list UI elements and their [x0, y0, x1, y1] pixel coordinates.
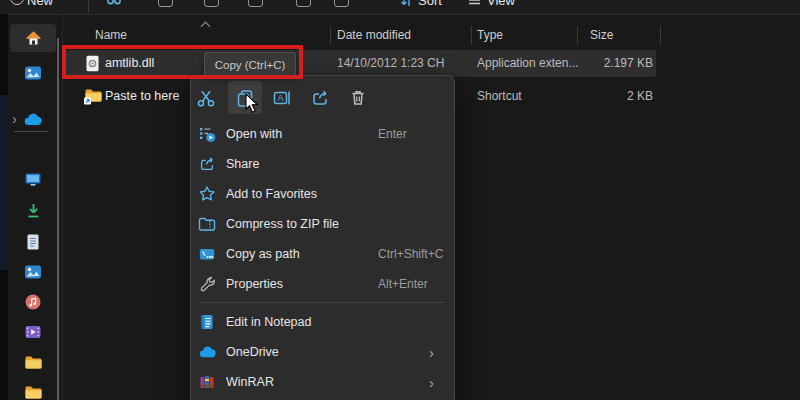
- share-icon[interactable]: [248, 0, 263, 7]
- sidebar-item-documents[interactable]: [10, 228, 56, 256]
- sidebar-divider: [14, 131, 48, 132]
- svg-text:A: A: [278, 93, 284, 103]
- file-name[interactable]: Paste to here: [105, 83, 179, 110]
- menu-item-winrar[interactable]: WinRAR ›: [191, 367, 454, 397]
- sort-icon: [400, 0, 413, 7]
- rename-icon: A: [272, 88, 292, 108]
- sidebar-item-home[interactable]: [10, 24, 56, 52]
- menu-item-share[interactable]: Share: [191, 149, 454, 179]
- red-annotation-rectangle: [62, 45, 303, 79]
- sidebar-item-downloads[interactable]: [10, 196, 56, 224]
- gallery-icon: [24, 64, 42, 82]
- sort-ascending-icon: [201, 22, 211, 32]
- column-divider[interactable]: [471, 26, 472, 44]
- winrar-icon: [197, 372, 217, 392]
- command-toolbar: New Sort View: [0, 0, 800, 15]
- mouse-cursor-icon: [245, 93, 260, 114]
- menu-item-onedrive[interactable]: OneDrive ›: [191, 337, 454, 367]
- menu-item-copy-as-path[interactable]: Copy as path Ctrl+Shift+C: [191, 239, 454, 269]
- delete-button[interactable]: [341, 81, 375, 114]
- copy-as-path-icon: [197, 244, 217, 264]
- menu-item-open-with[interactable]: Open with Enter: [191, 119, 454, 149]
- folder-icon: [24, 384, 43, 400]
- window-edge-tint: [0, 95, 8, 270]
- sidebar-item-videos[interactable]: [10, 318, 56, 346]
- navigation-pane: ›: [8, 14, 62, 400]
- sidebar-scrollbar[interactable]: [57, 38, 59, 400]
- column-divider[interactable]: [330, 26, 331, 44]
- file-date-modified: 14/10/2012 1:23 CH: [337, 50, 444, 77]
- sidebar-item-desktop[interactable]: [10, 165, 56, 193]
- context-menu: A: [190, 75, 455, 400]
- file-size: 2 KB: [555, 83, 653, 110]
- column-header-name[interactable]: Name: [95, 26, 127, 44]
- view-icon: [468, 0, 481, 7]
- cut-icon[interactable]: [106, 0, 122, 12]
- notepad-icon: [197, 312, 217, 332]
- file-explorer-window: New Sort View: [0, 0, 800, 400]
- submenu-chevron-icon: ›: [429, 344, 434, 361]
- copy-icon[interactable]: [158, 0, 173, 7]
- onedrive-cloud-icon: [197, 342, 217, 362]
- file-type: Shortcut: [477, 83, 522, 110]
- folder-icon: [24, 354, 43, 370]
- home-icon: [24, 29, 43, 48]
- share-icon: [310, 88, 330, 108]
- rename-icon[interactable]: [204, 0, 219, 7]
- menu-item-edit-in-notepad[interactable]: Edit in Notepad: [191, 307, 454, 337]
- rename-button[interactable]: A: [265, 81, 299, 114]
- desktop-icon: [24, 171, 42, 188]
- column-header-date-modified[interactable]: Date modified: [337, 26, 411, 44]
- menu-item-properties[interactable]: Properties Alt+Enter: [191, 269, 454, 299]
- file-size: 2.197 KB: [555, 50, 653, 77]
- sidebar-item-folder[interactable]: [10, 378, 56, 400]
- more-icon[interactable]: [334, 0, 349, 7]
- column-divider[interactable]: [577, 26, 578, 44]
- cut-icon: [196, 88, 216, 108]
- column-divider[interactable]: [660, 26, 661, 44]
- new-plus-icon: [10, 0, 24, 5]
- sidebar-item-music[interactable]: [10, 288, 56, 316]
- shortcut-folder-icon: [83, 87, 103, 105]
- share-icon: [197, 154, 217, 174]
- videos-icon: [24, 323, 42, 341]
- open-with-icon: [197, 124, 217, 144]
- menu-divider: [191, 299, 454, 307]
- onedrive-cloud-icon: [23, 112, 43, 127]
- properties-wrench-icon: [197, 274, 217, 294]
- column-header-size[interactable]: Size: [590, 26, 613, 44]
- context-menu-quick-actions: A: [191, 76, 454, 119]
- delete-icon[interactable]: [296, 0, 311, 7]
- share-button[interactable]: [303, 81, 337, 114]
- view-button[interactable]: View: [487, 0, 515, 8]
- zip-folder-icon: [197, 214, 217, 234]
- sidebar-item-gallery[interactable]: [10, 59, 56, 87]
- menu-item-add-to-favorites[interactable]: Add to Favorites: [191, 179, 454, 209]
- music-icon: [24, 293, 42, 311]
- documents-icon: [25, 233, 41, 251]
- context-menu-items: Open with Enter Share Add to: [191, 119, 454, 397]
- column-header-type[interactable]: Type: [477, 26, 503, 44]
- submenu-chevron-icon: ›: [429, 374, 434, 391]
- new-button[interactable]: New: [27, 0, 53, 8]
- star-icon: [197, 184, 217, 204]
- delete-icon: [348, 88, 368, 108]
- pictures-icon: [24, 263, 42, 281]
- cut-button[interactable]: [189, 81, 223, 114]
- sidebar-item-folder[interactable]: [10, 348, 56, 376]
- sort-button[interactable]: Sort: [418, 0, 442, 8]
- sidebar-item-pictures[interactable]: [10, 258, 56, 286]
- toolbar-divider: [88, 1, 89, 13]
- menu-item-compress-to-zip[interactable]: Compress to ZIP file: [191, 209, 454, 239]
- onedrive-expand-chevron-icon[interactable]: ›: [12, 111, 17, 127]
- downloads-icon: [25, 202, 42, 219]
